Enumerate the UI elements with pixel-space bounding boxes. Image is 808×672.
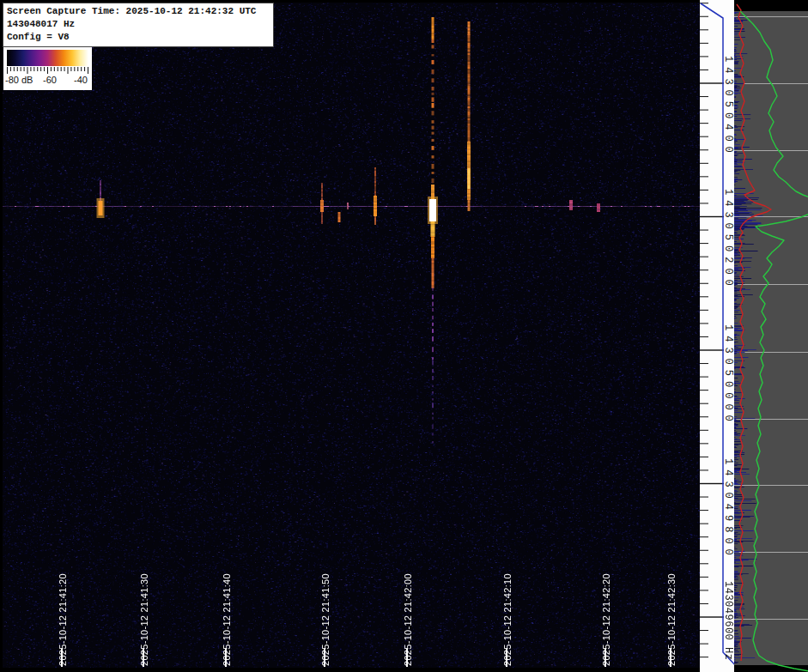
time-label: 2025-10-12 21:41:20 bbox=[58, 573, 68, 666]
colorbar-label-min: -80 dB bbox=[5, 75, 33, 85]
frequency-axis: 1430504001430502001430500001430498001430… bbox=[700, 0, 734, 672]
time-tick bbox=[604, 649, 606, 667]
colorbar-legend: -80 dB -60 -40 bbox=[3, 47, 92, 90]
frequency-text: 143048017 Hz bbox=[7, 18, 270, 31]
colorbar-ruler bbox=[7, 67, 88, 75]
colorbar-label-max: -40 bbox=[74, 75, 88, 85]
frequency-label: 143050400 bbox=[722, 56, 734, 158]
app-frame: 2025-10-12 21:41:202025-10-12 21:41:3020… bbox=[0, 0, 808, 672]
time-label: 2025-10-12 21:41:30 bbox=[139, 573, 149, 666]
time-label: 2025-10-12 21:41:40 bbox=[222, 573, 232, 666]
time-label: 2025-10-12 21:42:20 bbox=[601, 573, 611, 666]
time-tick bbox=[143, 649, 144, 667]
time-tick bbox=[506, 649, 507, 667]
frequency-label: 143049600 Hz bbox=[722, 581, 734, 660]
time-label: 2025-10-12 21:42:10 bbox=[502, 573, 513, 666]
time-label: 2025-10-12 21:42:00 bbox=[403, 573, 413, 666]
frequency-label: 143050200 bbox=[722, 189, 734, 291]
capture-time-text: Screen Capture Time: 2025-10-12 21:42:32… bbox=[7, 5, 270, 18]
colorbar-label-mid: -60 bbox=[43, 75, 57, 85]
config-text: Config = V8 bbox=[7, 31, 270, 44]
time-tick bbox=[324, 649, 325, 667]
time-label: 2025-10-12 21:41:50 bbox=[320, 573, 331, 666]
info-box: Screen Capture Time: 2025-10-12 21:42:32… bbox=[3, 3, 274, 47]
time-tick bbox=[406, 649, 408, 667]
time-tick bbox=[225, 649, 227, 667]
colorbar-gradient bbox=[7, 50, 88, 66]
colorbar-labels: -80 dB -60 -40 bbox=[3, 75, 92, 88]
time-tick bbox=[61, 649, 63, 667]
frequency-label: 143049800 bbox=[722, 458, 734, 560]
spectrum-panel bbox=[734, 0, 808, 672]
time-label: 2025-10-12 21:42:30 bbox=[666, 573, 677, 666]
frequency-label: 143050000 bbox=[722, 324, 734, 427]
waterfall-display bbox=[3, 3, 700, 668]
time-tick bbox=[670, 649, 671, 667]
